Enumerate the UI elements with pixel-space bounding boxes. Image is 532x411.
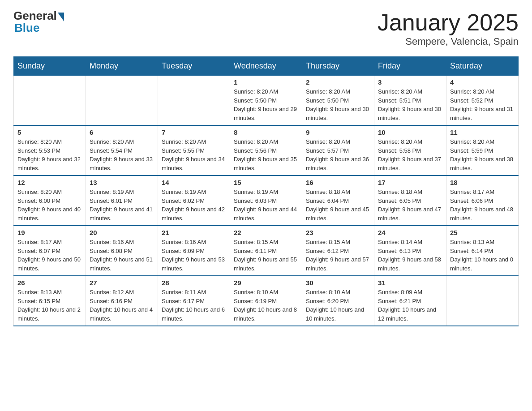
day-number: 12 <box>17 179 82 186</box>
calendar-cell: 3Sunrise: 8:20 AM Sunset: 5:51 PM Daylig… <box>374 76 446 126</box>
day-info: Sunrise: 8:16 AM Sunset: 6:09 PM Dayligh… <box>162 238 226 273</box>
logo-triangle-icon <box>58 13 64 21</box>
day-info: Sunrise: 8:20 AM Sunset: 5:52 PM Dayligh… <box>450 87 515 122</box>
day-header-wednesday: Wednesday <box>230 57 302 76</box>
day-number: 11 <box>450 128 515 136</box>
day-number: 5 <box>17 128 82 136</box>
calendar-cell <box>86 76 158 126</box>
day-info: Sunrise: 8:09 AM Sunset: 6:21 PM Dayligh… <box>378 288 442 323</box>
day-number: 30 <box>306 279 370 287</box>
calendar-cell: 21Sunrise: 8:16 AM Sunset: 6:09 PM Dayli… <box>158 226 230 276</box>
page-header: General Blue January 2025 Sempere, Valen… <box>13 9 519 47</box>
calendar-cell: 14Sunrise: 8:19 AM Sunset: 6:02 PM Dayli… <box>158 176 230 226</box>
logo-blue-text: Blue <box>14 21 39 35</box>
calendar-cell: 4Sunrise: 8:20 AM Sunset: 5:52 PM Daylig… <box>446 76 519 126</box>
calendar-cell: 2Sunrise: 8:20 AM Sunset: 5:50 PM Daylig… <box>302 76 374 126</box>
day-number: 20 <box>90 229 154 236</box>
day-header-friday: Friday <box>374 57 446 76</box>
calendar-cell: 17Sunrise: 8:18 AM Sunset: 6:05 PM Dayli… <box>374 176 446 226</box>
day-info: Sunrise: 8:20 AM Sunset: 5:50 PM Dayligh… <box>306 87 370 122</box>
calendar-week-row: 26Sunrise: 8:13 AM Sunset: 6:15 PM Dayli… <box>14 276 519 326</box>
day-info: Sunrise: 8:11 AM Sunset: 6:17 PM Dayligh… <box>162 288 226 323</box>
day-number: 29 <box>234 279 298 287</box>
day-number: 16 <box>306 179 370 186</box>
calendar-cell: 1Sunrise: 8:20 AM Sunset: 5:50 PM Daylig… <box>230 76 302 126</box>
day-number: 23 <box>306 229 370 236</box>
day-number: 4 <box>450 78 515 86</box>
calendar-cell: 23Sunrise: 8:15 AM Sunset: 6:12 PM Dayli… <box>302 226 374 276</box>
day-info: Sunrise: 8:13 AM Sunset: 6:14 PM Dayligh… <box>450 238 515 273</box>
day-number: 27 <box>90 279 154 287</box>
calendar-cell: 26Sunrise: 8:13 AM Sunset: 6:15 PM Dayli… <box>14 276 86 326</box>
calendar-cell: 30Sunrise: 8:10 AM Sunset: 6:20 PM Dayli… <box>302 276 374 326</box>
day-number: 17 <box>378 179 442 186</box>
calendar-cell: 5Sunrise: 8:20 AM Sunset: 5:53 PM Daylig… <box>14 125 86 176</box>
day-info: Sunrise: 8:19 AM Sunset: 6:01 PM Dayligh… <box>90 188 154 223</box>
day-number: 21 <box>162 229 226 236</box>
day-info: Sunrise: 8:20 AM Sunset: 5:53 PM Dayligh… <box>17 137 82 172</box>
day-number: 25 <box>450 229 515 236</box>
title-block: January 2025 Sempere, Valencia, Spain <box>378 9 519 47</box>
calendar-cell: 20Sunrise: 8:16 AM Sunset: 6:08 PM Dayli… <box>86 226 158 276</box>
calendar-title: January 2025 <box>378 9 519 36</box>
day-number: 7 <box>162 128 226 136</box>
calendar-cell: 19Sunrise: 8:17 AM Sunset: 6:07 PM Dayli… <box>14 226 86 276</box>
calendar-cell <box>158 76 230 126</box>
day-info: Sunrise: 8:18 AM Sunset: 6:04 PM Dayligh… <box>306 188 370 223</box>
day-number: 31 <box>378 279 442 287</box>
calendar-cell: 9Sunrise: 8:20 AM Sunset: 5:57 PM Daylig… <box>302 125 374 176</box>
calendar-cell: 28Sunrise: 8:11 AM Sunset: 6:17 PM Dayli… <box>158 276 230 326</box>
day-info: Sunrise: 8:16 AM Sunset: 6:08 PM Dayligh… <box>90 238 154 273</box>
calendar-cell: 8Sunrise: 8:20 AM Sunset: 5:56 PM Daylig… <box>230 125 302 176</box>
day-number: 22 <box>234 229 298 236</box>
calendar-cell: 7Sunrise: 8:20 AM Sunset: 5:55 PM Daylig… <box>158 125 230 176</box>
day-number: 1 <box>234 78 298 86</box>
calendar-subtitle: Sempere, Valencia, Spain <box>378 36 519 47</box>
day-info: Sunrise: 8:17 AM Sunset: 6:07 PM Dayligh… <box>17 238 82 273</box>
calendar-cell: 10Sunrise: 8:20 AM Sunset: 5:58 PM Dayli… <box>374 125 446 176</box>
day-number: 10 <box>378 128 442 136</box>
logo: General Blue <box>13 9 64 35</box>
calendar-week-row: 12Sunrise: 8:20 AM Sunset: 6:00 PM Dayli… <box>14 176 519 226</box>
day-header-tuesday: Tuesday <box>158 57 230 76</box>
day-info: Sunrise: 8:15 AM Sunset: 6:11 PM Dayligh… <box>234 238 298 273</box>
day-info: Sunrise: 8:20 AM Sunset: 5:51 PM Dayligh… <box>378 87 442 122</box>
day-number: 18 <box>450 179 515 186</box>
calendar-cell <box>446 276 519 326</box>
day-info: Sunrise: 8:15 AM Sunset: 6:12 PM Dayligh… <box>306 238 370 273</box>
day-number: 9 <box>306 128 370 136</box>
day-info: Sunrise: 8:19 AM Sunset: 6:03 PM Dayligh… <box>234 188 298 223</box>
day-info: Sunrise: 8:20 AM Sunset: 5:56 PM Dayligh… <box>234 137 298 172</box>
day-info: Sunrise: 8:17 AM Sunset: 6:06 PM Dayligh… <box>450 188 515 223</box>
day-number: 24 <box>378 229 442 236</box>
day-header-thursday: Thursday <box>302 57 374 76</box>
calendar-week-row: 5Sunrise: 8:20 AM Sunset: 5:53 PM Daylig… <box>14 125 519 176</box>
calendar-cell: 12Sunrise: 8:20 AM Sunset: 6:00 PM Dayli… <box>14 176 86 226</box>
day-number: 6 <box>90 128 154 136</box>
day-number: 2 <box>306 78 370 86</box>
calendar-cell: 18Sunrise: 8:17 AM Sunset: 6:06 PM Dayli… <box>446 176 519 226</box>
day-info: Sunrise: 8:18 AM Sunset: 6:05 PM Dayligh… <box>378 188 442 223</box>
day-info: Sunrise: 8:20 AM Sunset: 6:00 PM Dayligh… <box>17 188 82 223</box>
calendar-table: SundayMondayTuesdayWednesdayThursdayFrid… <box>13 56 519 326</box>
day-number: 15 <box>234 179 298 186</box>
day-number: 28 <box>162 279 226 287</box>
day-info: Sunrise: 8:20 AM Sunset: 5:55 PM Dayligh… <box>162 137 226 172</box>
day-info: Sunrise: 8:12 AM Sunset: 6:16 PM Dayligh… <box>90 288 154 323</box>
day-info: Sunrise: 8:10 AM Sunset: 6:20 PM Dayligh… <box>306 288 370 323</box>
calendar-cell: 22Sunrise: 8:15 AM Sunset: 6:11 PM Dayli… <box>230 226 302 276</box>
day-info: Sunrise: 8:10 AM Sunset: 6:19 PM Dayligh… <box>234 288 298 323</box>
day-info: Sunrise: 8:14 AM Sunset: 6:13 PM Dayligh… <box>378 238 442 273</box>
day-info: Sunrise: 8:19 AM Sunset: 6:02 PM Dayligh… <box>162 188 226 223</box>
day-info: Sunrise: 8:20 AM Sunset: 5:57 PM Dayligh… <box>306 137 370 172</box>
day-header-sunday: Sunday <box>14 57 86 76</box>
calendar-cell: 27Sunrise: 8:12 AM Sunset: 6:16 PM Dayli… <box>86 276 158 326</box>
calendar-cell: 29Sunrise: 8:10 AM Sunset: 6:19 PM Dayli… <box>230 276 302 326</box>
day-number: 8 <box>234 128 298 136</box>
day-info: Sunrise: 8:20 AM Sunset: 5:58 PM Dayligh… <box>378 137 442 172</box>
day-number: 13 <box>90 179 154 186</box>
day-info: Sunrise: 8:20 AM Sunset: 5:59 PM Dayligh… <box>450 137 515 172</box>
day-info: Sunrise: 8:13 AM Sunset: 6:15 PM Dayligh… <box>17 288 82 323</box>
calendar-header-row: SundayMondayTuesdayWednesdayThursdayFrid… <box>14 57 519 76</box>
calendar-cell: 6Sunrise: 8:20 AM Sunset: 5:54 PM Daylig… <box>86 125 158 176</box>
